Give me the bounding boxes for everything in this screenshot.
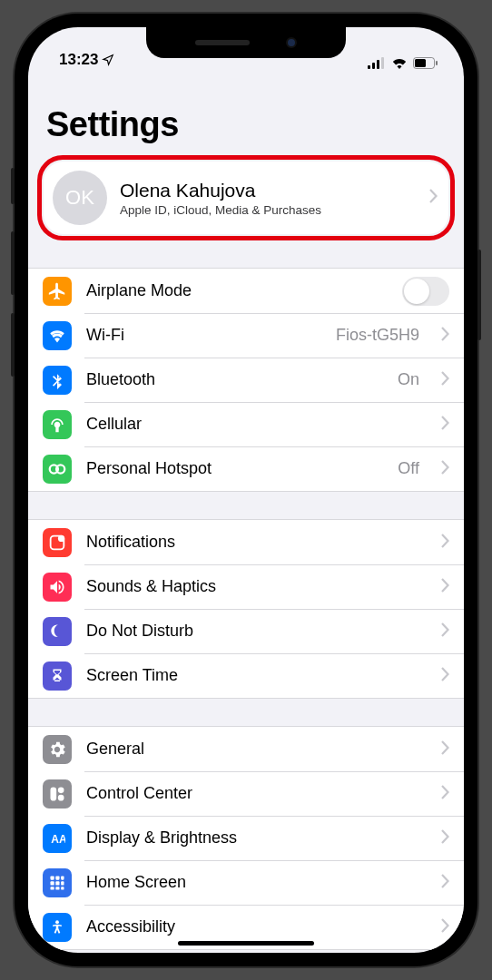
row-label: Airplane Mode — [86, 281, 388, 300]
svg-rect-19 — [55, 881, 59, 885]
svg-rect-3 — [381, 57, 384, 69]
sounds-icon — [43, 573, 72, 602]
chevron-right-icon — [441, 534, 449, 552]
svg-rect-1 — [372, 63, 375, 69]
svg-rect-5 — [415, 59, 426, 67]
chevron-right-icon — [441, 416, 449, 434]
settings-group-connectivity: Airplane Mode Wi-Fi Fios-tG5H9 — [28, 268, 464, 492]
chevron-right-icon — [441, 460, 449, 478]
row-label: Cellular — [86, 415, 419, 434]
chevron-right-icon — [441, 667, 449, 685]
svg-rect-22 — [55, 887, 59, 889]
row-label: General — [86, 740, 419, 759]
chevron-right-icon — [441, 740, 449, 759]
profile-subtitle: Apple ID, iCloud, Media & Purchases — [120, 203, 409, 217]
control-center-icon — [43, 779, 72, 808]
svg-point-24 — [55, 920, 59, 924]
cellular-signal-icon — [368, 57, 386, 69]
wifi-row[interactable]: Wi-Fi Fios-tG5H9 — [28, 313, 464, 358]
chevron-right-icon — [441, 622, 449, 641]
row-label: Personal Hotspot — [86, 459, 383, 478]
svg-rect-23 — [61, 887, 64, 889]
chevron-right-icon — [441, 785, 449, 803]
moon-icon — [43, 617, 72, 646]
svg-rect-21 — [51, 887, 54, 889]
power-button — [477, 250, 481, 340]
location-icon — [102, 54, 114, 66]
home-screen-row[interactable]: Home Screen — [28, 860, 464, 905]
chevron-right-icon — [441, 371, 449, 389]
row-label: Do Not Disturb — [86, 622, 419, 641]
row-value: Off — [398, 459, 419, 478]
display-brightness-row[interactable]: AA Display & Brightness — [28, 816, 464, 860]
status-right — [368, 57, 438, 69]
speaker — [195, 40, 250, 45]
chevron-right-icon — [441, 578, 449, 596]
row-label: Home Screen — [86, 873, 419, 892]
personal-hotspot-row[interactable]: Personal Hotspot Off — [28, 446, 464, 491]
status-time: 13:23 — [59, 51, 98, 69]
toggle-knob — [404, 279, 429, 304]
sounds-row[interactable]: Sounds & Haptics — [28, 564, 464, 609]
row-label: Screen Time — [86, 666, 419, 685]
chevron-right-icon — [441, 918, 449, 936]
volume-down-button — [11, 313, 15, 377]
gear-icon — [43, 735, 72, 764]
svg-point-13 — [58, 794, 64, 800]
svg-rect-11 — [51, 787, 57, 800]
page-title: Settings — [46, 105, 446, 144]
row-label: Sounds & Haptics — [86, 577, 419, 596]
svg-rect-6 — [436, 61, 438, 65]
svg-rect-0 — [368, 65, 370, 69]
svg-rect-18 — [51, 881, 54, 885]
settings-group-notifications: Notifications Sounds & Haptics Do Not — [28, 519, 464, 699]
cellular-icon — [43, 410, 72, 439]
do-not-disturb-row[interactable]: Do Not Disturb — [28, 609, 464, 653]
mute-switch — [11, 168, 15, 204]
home-indicator[interactable] — [178, 941, 314, 946]
highlight-annotation: OK Olena Kahujova Apple ID, iCloud, Medi… — [37, 155, 455, 240]
profile-text: Olena Kahujova Apple ID, iCloud, Media &… — [120, 180, 409, 217]
hourglass-icon — [43, 662, 72, 691]
row-label: Display & Brightness — [86, 828, 419, 848]
notifications-row[interactable]: Notifications — [28, 520, 464, 564]
airplane-mode-toggle[interactable] — [402, 277, 449, 306]
row-value: Fios-tG5H9 — [336, 326, 419, 345]
cellular-row[interactable]: Cellular — [28, 402, 464, 446]
settings-group-general: General Control Center AA Display & Bri — [28, 726, 464, 950]
display-icon: AA — [43, 824, 72, 853]
row-label: Accessibility — [86, 917, 419, 936]
notifications-icon — [43, 528, 72, 557]
row-label: Wi-Fi — [86, 326, 321, 345]
volume-up-button — [11, 231, 15, 295]
profile-name: Olena Kahujova — [120, 180, 409, 201]
svg-rect-16 — [55, 876, 59, 879]
bluetooth-icon — [43, 366, 72, 395]
avatar: OK — [53, 171, 107, 225]
battery-icon — [413, 57, 438, 69]
chevron-right-icon — [429, 189, 438, 207]
chevron-right-icon — [441, 327, 449, 345]
wifi-settings-icon — [43, 321, 72, 350]
general-row[interactable]: General — [28, 727, 464, 771]
row-value: On — [398, 370, 419, 389]
hotspot-icon — [43, 455, 72, 484]
bluetooth-row[interactable]: Bluetooth On — [28, 358, 464, 402]
row-label: Control Center — [86, 784, 419, 803]
screen-time-row[interactable]: Screen Time — [28, 653, 464, 698]
airplane-mode-row[interactable]: Airplane Mode — [28, 269, 464, 313]
avatar-initials: OK — [65, 186, 94, 210]
screen: 13:23 Settings — [28, 27, 464, 953]
chevron-right-icon — [441, 874, 449, 892]
home-screen-icon — [43, 868, 72, 897]
page-header: Settings — [28, 73, 464, 153]
apple-id-row[interactable]: OK Olena Kahujova Apple ID, iCloud, Medi… — [44, 162, 448, 234]
svg-rect-15 — [51, 876, 54, 879]
phone-frame: 13:23 Settings — [15, 14, 477, 966]
control-center-row[interactable]: Control Center — [28, 771, 464, 816]
airplane-icon — [43, 277, 72, 306]
status-left: 13:23 — [59, 51, 114, 69]
row-label: Bluetooth — [86, 370, 383, 389]
notch — [146, 27, 346, 58]
chevron-right-icon — [441, 829, 449, 848]
